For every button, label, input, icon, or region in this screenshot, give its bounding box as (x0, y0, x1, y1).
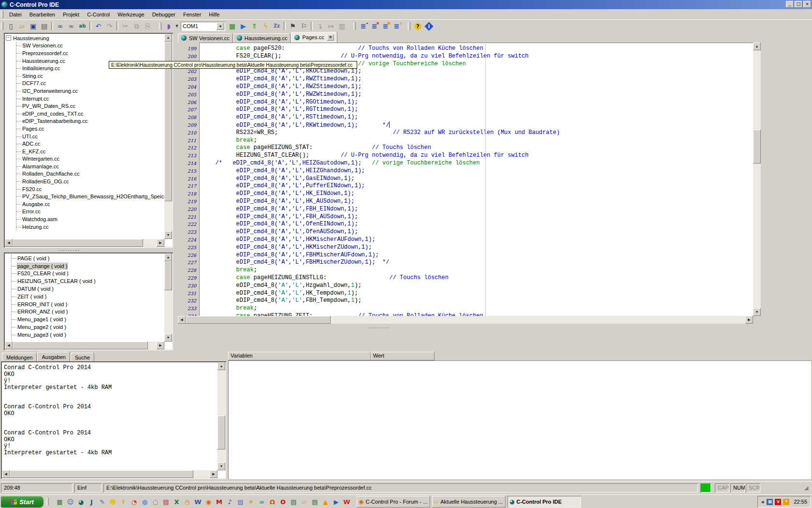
tab-close-icon[interactable]: ✕ (327, 34, 334, 41)
tree-item[interactable]: I2C_Porterweiterung.cc (16, 87, 164, 95)
project-add-file-icon[interactable]: ≣+ (358, 21, 369, 31)
tray-antivirus-icon[interactable]: V (775, 499, 781, 505)
horizontal-splitter[interactable]: ········· (367, 326, 389, 329)
function-list-item[interactable]: FS20_CLEAR ( void ) (12, 270, 164, 278)
breakpoint-clear-icon[interactable]: ⚐ (298, 21, 309, 31)
new-file-icon[interactable]: ▯ (5, 21, 16, 31)
connect-icon[interactable]: ◗ (163, 21, 174, 31)
tree-root[interactable]: −Haussteuerung (6, 34, 164, 42)
task-explorer-folder[interactable]: ▱Aktuelle Haussteuerung ... (432, 496, 506, 508)
ccontrol-icon[interactable]: ◕ (77, 498, 85, 506)
project-edit-file-icon[interactable]: ≣/ (391, 21, 402, 31)
menubar-grip[interactable] (1, 11, 3, 18)
save-icon[interactable]: ▣ (28, 21, 39, 31)
media-icon[interactable]: M (215, 498, 223, 506)
find-icon[interactable]: ∞ (55, 21, 66, 31)
function-list-item[interactable]: PAGE ( void ) (12, 254, 164, 262)
function-list-item[interactable]: ERROR_ANZ ( void ) (12, 308, 164, 316)
code-editor[interactable]: 199 case pageFS20: // Touchs von Rollade… (178, 43, 753, 316)
breakpoint-set-icon[interactable]: ⚑ (287, 21, 298, 31)
earth-icon[interactable]: ◍ (141, 498, 149, 506)
sleep-icon[interactable]: Zz (271, 21, 282, 31)
collapse-icon[interactable]: − (6, 35, 11, 41)
tree-scroll-left-icon[interactable]: ◀ (5, 239, 13, 247)
connect-dropdown-icon[interactable]: ▼ (174, 21, 179, 31)
console-vscrollbar[interactable]: ▲ ▼ (218, 362, 225, 470)
tree-item[interactable]: PV_ZSaug_Teichp_Blumen_Bewassrg_H2OEntha… (16, 193, 164, 200)
settings-icon[interactable]: ✳ (247, 498, 255, 506)
function-list-item[interactable]: page_change ( void ) (12, 262, 164, 270)
editor-scroll-up-icon[interactable]: ▲ (753, 43, 761, 50)
upload-icon[interactable]: ⇑ (249, 21, 260, 31)
editor-scroll-right-icon[interactable]: ▶ (745, 316, 753, 324)
replace-icon[interactable]: ab (77, 21, 88, 31)
tree-scroll-down-icon[interactable]: ▼ (164, 231, 172, 239)
menu-item-fenster[interactable]: Fenster (179, 10, 205, 19)
project-new-file-icon[interactable]: ≣✱ (380, 21, 391, 31)
start-button[interactable]: Start (1, 496, 44, 508)
tree-scroll-up-icon[interactable]: ▲ (164, 34, 172, 42)
messenger-icon[interactable]: ☺ (66, 498, 74, 506)
function-vscrollbar[interactable]: ▲ ▼ (164, 254, 172, 342)
toolbar-grip[interactable] (408, 22, 410, 30)
toolbar-grip[interactable] (353, 22, 356, 30)
tree-item[interactable]: Watchdog.asm (16, 215, 164, 223)
tree-hscrollbar[interactable]: ◀ ▶ (5, 239, 164, 247)
sheet-icon[interactable]: ▤ (290, 498, 298, 506)
folder-icon[interactable]: ▱ (300, 498, 308, 506)
tray-expand-icon[interactable]: « (761, 499, 764, 505)
audio-icon[interactable]: ♪ (226, 498, 234, 506)
word-icon[interactable]: W (194, 498, 202, 506)
tree-item[interactable]: UTI.cc (16, 133, 164, 140)
sync-icon[interactable]: ∞ (258, 498, 266, 506)
print-icon[interactable]: ▤ (39, 21, 50, 31)
desktop-icon[interactable]: ▦ (56, 498, 64, 506)
tray-update-icon[interactable]: * (783, 499, 789, 505)
flash-icon[interactable]: ϟ (260, 21, 271, 31)
watch-body[interactable] (228, 360, 811, 479)
tree-item[interactable]: Alarmanlage.cc (16, 163, 164, 170)
step-over-icon[interactable]: ↦ (325, 21, 336, 31)
menu-item-ccontrol[interactable]: C-Control (83, 10, 114, 19)
editor-tab-pagescc[interactable]: Pages.cc✕ (291, 32, 337, 43)
function-scroll-right-icon[interactable]: ▶ (157, 342, 164, 349)
function-list-item[interactable]: ERROR_INIT ( void ) (12, 300, 164, 308)
editor-tab-swversionencc[interactable]: SW Versionen.cc (178, 33, 233, 43)
excel-icon[interactable]: X (173, 498, 181, 506)
minimize-button[interactable]: _ (786, 1, 794, 8)
com-port-dropdown-icon[interactable]: ▼ (217, 23, 224, 30)
toolbar-grip[interactable] (159, 22, 161, 30)
editor-hscrollbar[interactable]: ◀ ▶ (178, 316, 753, 324)
output-tab-ausgaben[interactable]: Ausgaben (37, 352, 70, 362)
icq-icon[interactable]: ☻ (109, 498, 117, 506)
maximize-button[interactable]: □ (795, 1, 802, 8)
menu-item-hilfe[interactable]: Hilfe (205, 10, 223, 19)
calendar-icon[interactable]: ▤ (162, 498, 170, 506)
undo-icon[interactable]: ↶ (93, 21, 104, 31)
tree-item[interactable]: FS20.cc (16, 185, 164, 193)
tree-item[interactable]: RolladenEG_OG.cc (16, 178, 164, 185)
tree-item[interactable]: Rolladen_Dachflache.cc (16, 170, 164, 178)
editor-tab-haussteuerungcc[interactable]: Haussteuerung.cc (233, 33, 291, 43)
editor-scroll-down-icon[interactable]: ▼ (753, 308, 761, 316)
ram-icon[interactable]: ▦ (227, 21, 238, 31)
menu-item-debugger[interactable]: Debugger (148, 10, 179, 19)
function-scroll-down-icon[interactable]: ▼ (164, 334, 172, 342)
tree-item[interactable]: Preprozessordef.cc (16, 49, 164, 57)
tray-network-icon[interactable]: ⊞ (767, 499, 773, 505)
tree-item[interactable]: ADC.cc (16, 140, 164, 148)
step-into-icon[interactable]: ↴ (314, 21, 325, 31)
task-firefox-forum[interactable]: ◉C-Control Pro - Forum - ... (357, 496, 430, 508)
tree-item[interactable]: Heizung.cc (16, 223, 164, 231)
tree-item[interactable]: PV_WR_Daten_RS.cc (16, 102, 164, 110)
tree-item[interactable]: Pages.cc (16, 125, 164, 133)
tree-item[interactable]: eDIP_cmd_codes_TXT.cc (16, 110, 164, 118)
output-tab-meldungen[interactable]: Meldungen (2, 353, 37, 362)
tree-item[interactable]: Error.cc (16, 208, 164, 216)
tree-scroll-right-icon[interactable]: ▶ (157, 239, 164, 247)
chrome-icon[interactable]: ◔ (130, 498, 138, 506)
function-list-item[interactable]: HEIZUNG_STAT_CLEAR ( void ) (12, 277, 164, 285)
lion-icon[interactable]: Ω (268, 498, 276, 506)
menu-item-werkzeuge[interactable]: Werkzeuge (114, 10, 148, 19)
redo-icon[interactable]: ↷ (104, 21, 115, 31)
